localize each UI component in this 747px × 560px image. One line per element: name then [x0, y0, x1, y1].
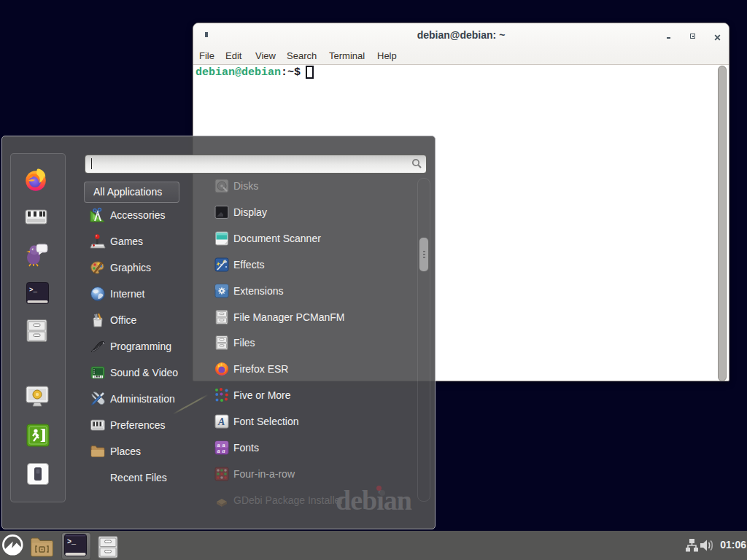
svg-text:a: a [222, 448, 225, 454]
svg-text:>_: >_ [67, 538, 77, 546]
svg-text:>_: >_ [29, 287, 37, 294]
svg-text:A: A [217, 416, 225, 427]
svg-text:a: a [217, 448, 220, 454]
